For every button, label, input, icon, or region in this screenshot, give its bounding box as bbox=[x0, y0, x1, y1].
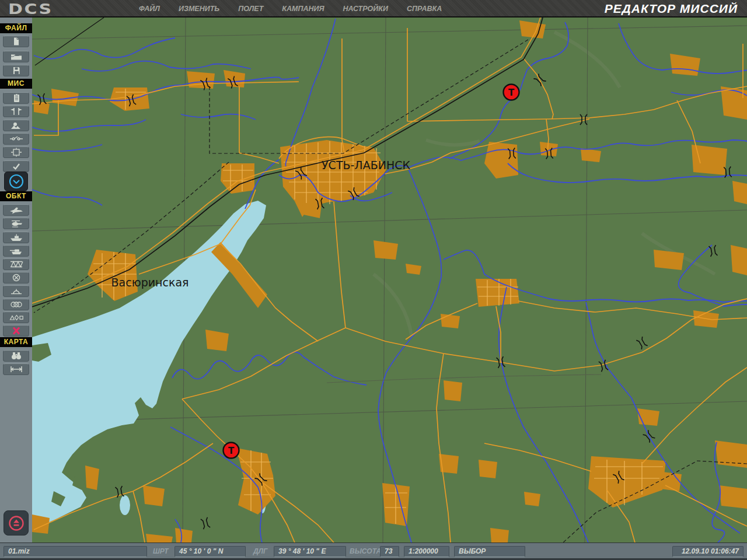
tank-icon bbox=[9, 246, 24, 256]
search-button[interactable] bbox=[3, 350, 29, 362]
toolbar-sidebar: ФАЙЛ МИС ОБКТ bbox=[0, 18, 32, 542]
unit-marker-2-letter: T bbox=[228, 446, 235, 456]
save-file-button[interactable] bbox=[3, 65, 29, 76]
filename-field[interactable]: 01.miz bbox=[4, 546, 147, 557]
section-header-file: ФАЙЛ bbox=[0, 23, 32, 33]
map-canvas[interactable]: T T УСТЬ-ЛАБИНСК Васюринская bbox=[32, 18, 747, 542]
add-static-button[interactable] bbox=[3, 258, 29, 270]
longitude-field[interactable]: 39 ° 48 ' 10 " E bbox=[274, 546, 346, 557]
add-vehicle-button[interactable] bbox=[3, 245, 29, 257]
check-mission-button[interactable] bbox=[3, 160, 29, 172]
triggers-button[interactable] bbox=[3, 133, 29, 145]
circle-x-icon bbox=[9, 273, 24, 282]
new-file-icon bbox=[9, 37, 24, 46]
latitude-label: ШРТ bbox=[153, 547, 169, 555]
unit-marker-2[interactable]: T bbox=[224, 443, 239, 459]
chevron-down-circle-icon bbox=[8, 173, 25, 190]
template-shapes-button[interactable] bbox=[3, 312, 29, 323]
city-label-ust-labinsk: УСТЬ-ЛАБИНСК bbox=[322, 159, 410, 172]
menu-edit[interactable]: ИЗМЕНИТЬ bbox=[179, 5, 219, 13]
unit-marker-1-letter: T bbox=[508, 88, 515, 98]
map-viewport[interactable]: T T УСТЬ-ЛАБИНСК Васюринская bbox=[32, 18, 747, 542]
expand-panel-button[interactable] bbox=[4, 172, 28, 191]
weather-button[interactable] bbox=[3, 120, 29, 131]
altitude-field[interactable]: 73 bbox=[380, 546, 399, 557]
menu-campaign[interactable]: КАМПАНИЯ bbox=[282, 5, 324, 13]
new-file-button[interactable] bbox=[3, 36, 29, 47]
delete-x-icon bbox=[9, 326, 24, 335]
helicopter-icon bbox=[9, 219, 24, 228]
ship-icon bbox=[9, 233, 24, 242]
open-file-button[interactable] bbox=[3, 51, 29, 62]
menu-flight[interactable]: ПОЛЕТ bbox=[238, 5, 263, 13]
add-airplane-button[interactable] bbox=[3, 204, 29, 216]
airbase-dome-icon bbox=[9, 286, 24, 296]
eject-exit-icon bbox=[8, 514, 25, 532]
menu-help[interactable]: СПРАВКА bbox=[407, 5, 442, 13]
ruler-button[interactable] bbox=[3, 363, 29, 375]
checkmark-icon bbox=[9, 162, 24, 171]
binoculars-icon bbox=[9, 351, 24, 360]
latitude-field[interactable]: 45 ° 10 ' 0 " N bbox=[174, 546, 246, 557]
airplane-icon bbox=[9, 205, 24, 215]
shapes-icon bbox=[9, 313, 24, 322]
weather-icon bbox=[9, 121, 24, 130]
menu-file[interactable]: ФАЙЛ bbox=[139, 5, 160, 13]
longitude-label: ДЛГ bbox=[253, 547, 267, 555]
add-ship-button[interactable] bbox=[3, 232, 29, 243]
exit-button[interactable] bbox=[4, 510, 29, 536]
delete-object-button[interactable] bbox=[3, 325, 29, 337]
three-circles-icon bbox=[9, 300, 24, 309]
open-folder-icon bbox=[9, 52, 24, 61]
save-icon bbox=[9, 66, 24, 75]
flags-button[interactable] bbox=[3, 106, 29, 117]
section-header-map: КАРТА bbox=[0, 337, 32, 347]
add-airbase-button[interactable] bbox=[3, 285, 29, 297]
switch-icon bbox=[9, 134, 24, 144]
section-header-mission: МИС bbox=[0, 79, 32, 89]
crosshair-box-icon bbox=[9, 148, 24, 157]
exclude-zone-button[interactable] bbox=[3, 272, 29, 284]
page-title: РЕДАКТОР МИССИЙ bbox=[605, 2, 738, 16]
main-menu: ФАЙЛ ИЗМЕНИТЬ ПОЛЕТ КАМПАНИЯ НАСТРОЙКИ С… bbox=[139, 0, 442, 18]
pontoon-bridge-icon bbox=[9, 260, 24, 269]
unit-marker-1[interactable]: T bbox=[504, 85, 519, 100]
clipboard-icon bbox=[9, 93, 24, 103]
altitude-label: ВЫСОТА bbox=[350, 547, 381, 555]
section-header-objects: ОБКТ bbox=[0, 191, 32, 201]
generator-button[interactable] bbox=[3, 146, 29, 158]
dcs-logo: DCS bbox=[8, 1, 53, 18]
flags-icon bbox=[9, 107, 24, 116]
briefing-button[interactable] bbox=[3, 92, 29, 104]
status-bar: 01.miz ШРТ 45 ° 10 ' 0 " N ДЛГ 39 ° 48 '… bbox=[0, 542, 747, 560]
map-scale-field[interactable]: 1:200000 bbox=[404, 546, 449, 557]
ruler-icon bbox=[9, 365, 24, 374]
datetime-field: 12.09.10 01:06:47 bbox=[672, 546, 743, 557]
city-label-vasyurinskaya: Васюринская bbox=[111, 276, 189, 289]
add-helicopter-button[interactable] bbox=[3, 218, 29, 229]
add-farp-button[interactable] bbox=[3, 299, 29, 310]
menu-settings[interactable]: НАСТРОЙКИ bbox=[343, 5, 388, 13]
top-menu-bar: DCS ФАЙЛ ИЗМЕНИТЬ ПОЛЕТ КАМПАНИЯ НАСТРОЙ… bbox=[0, 0, 747, 18]
selection-mode-field[interactable]: ВЫБОР bbox=[454, 546, 525, 557]
